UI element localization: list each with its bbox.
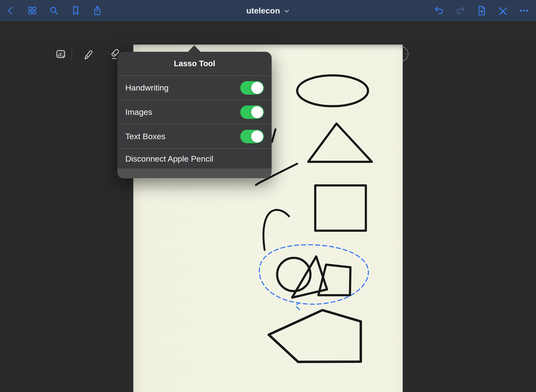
share-icon: [92, 5, 103, 16]
redo-icon: [455, 5, 466, 16]
drawn-pentagon[interactable]: [269, 310, 361, 362]
more-ellipsis-icon: [518, 5, 530, 16]
end-editing-button[interactable]: [497, 5, 509, 16]
undo-icon: [433, 5, 445, 16]
search-button[interactable]: [48, 5, 60, 16]
page-thumbnails-button[interactable]: [27, 5, 38, 16]
toggle-row-text-boxes: Text Boxes: [117, 124, 272, 149]
disconnect-apple-pencil-button[interactable]: Disconnect Apple Pencil: [117, 149, 272, 169]
lasso-selection-loop[interactable]: [259, 245, 368, 310]
disconnect-label: Disconnect Apple Pencil: [125, 154, 264, 163]
bookmark-icon: [70, 5, 81, 16]
drawn-short-stroke[interactable]: [272, 129, 275, 142]
bookmark-button[interactable]: [70, 5, 81, 16]
top-bar-right-group: [433, 5, 530, 16]
toggle-knob: [251, 106, 263, 118]
toggle-knob: [251, 131, 263, 143]
more-button[interactable]: [518, 5, 530, 16]
share-button[interactable]: [92, 5, 103, 16]
add-page-button[interactable]: [476, 5, 487, 16]
search-icon: [48, 5, 60, 16]
grid-icon: [27, 5, 38, 16]
drawn-ellipse[interactable]: [297, 75, 368, 106]
popup-footer: [117, 169, 272, 179]
redo-button[interactable]: [455, 5, 466, 16]
canvas-stage: Lasso Tool Handwriting Images Text Boxes…: [0, 45, 536, 392]
back-chevron-icon: [6, 5, 15, 16]
toggle-label: Text Boxes: [125, 132, 240, 141]
toggle-label: Images: [125, 107, 240, 117]
top-navigation-bar: utelecon: [0, 0, 536, 21]
lasso-tool-popup: Lasso Tool Handwriting Images Text Boxes…: [117, 52, 272, 178]
toggle-row-handwriting: Handwriting: [117, 76, 272, 100]
toggle-knob: [251, 82, 263, 94]
tool-bar: a abc ~~~~~~: [0, 21, 536, 45]
images-toggle[interactable]: [240, 105, 264, 119]
top-bar-left-group: [5, 5, 103, 16]
popup-arrow: [187, 45, 202, 53]
drawn-triangle[interactable]: [308, 124, 372, 162]
document-title-text: utelecon: [246, 6, 280, 15]
add-page-icon: [476, 5, 487, 16]
pencil-cross-icon: [497, 5, 509, 16]
toggle-label: Handwriting: [125, 83, 240, 92]
chevron-down-icon: [284, 8, 290, 14]
text-boxes-toggle[interactable]: [240, 130, 264, 143]
back-button[interactable]: [5, 5, 16, 16]
handwriting-toggle[interactable]: [240, 81, 264, 95]
drawn-square[interactable]: [315, 185, 366, 231]
undo-button[interactable]: [433, 5, 445, 16]
toggle-row-images: Images: [117, 100, 272, 124]
popup-title: Lasso Tool: [117, 52, 272, 76]
drawn-hook-curve[interactable]: [263, 210, 289, 250]
